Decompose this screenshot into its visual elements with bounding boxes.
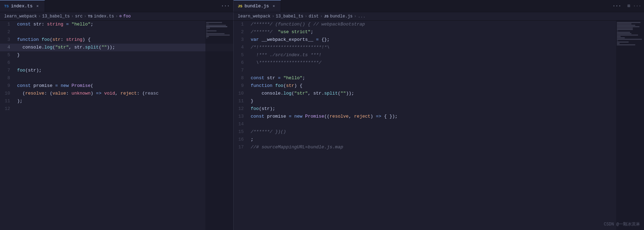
line-num: 10 xyxy=(234,90,249,97)
table-row: 7 xyxy=(234,67,644,74)
line-content: /*!***********************!*\ xyxy=(249,44,644,51)
line-num: 13 xyxy=(234,113,249,120)
line-num: 1 xyxy=(234,21,249,28)
line-content: const promise = new Promise( xyxy=(16,82,233,90)
line-content: ); xyxy=(16,97,233,105)
line-num: 11 xyxy=(234,97,249,105)
bc-src[interactable]: src xyxy=(75,14,83,19)
table-row: 11 } xyxy=(234,97,644,105)
bc-index-ts[interactable]: index.ts xyxy=(94,14,114,19)
code-area-right[interactable]: 1 /******/ (function() { // webpackBoots… xyxy=(234,21,644,230)
tab-bundle-js[interactable]: JS bundle.js × xyxy=(234,0,281,12)
more-actions-icon[interactable]: ··· xyxy=(633,3,641,9)
line-content xyxy=(249,67,644,74)
bc-foo[interactable]: foo xyxy=(123,14,131,19)
line-num: 5 xyxy=(0,51,16,59)
line-content: const str = "hello"; xyxy=(249,74,644,82)
line-num: 12 xyxy=(0,105,16,113)
minimap-right xyxy=(616,21,644,230)
table-row: 10 (resolve: (value: unknown) => void, r… xyxy=(0,90,233,97)
line-num: 6 xyxy=(234,59,249,67)
line-num: 2 xyxy=(0,28,16,36)
table-row: 8 xyxy=(0,74,233,82)
table-row: 10 console.log("str", str.split("")); xyxy=(234,90,644,97)
line-content: const promise = new Promise((resolve, re… xyxy=(249,113,644,120)
line-content: //# sourceMappingURL=bundle.js.map xyxy=(249,143,644,151)
table-row: 3 function foo(str: string) { xyxy=(0,36,233,44)
bc-r-bundle-js[interactable]: bundle.js xyxy=(330,14,353,19)
code-area-left[interactable]: 1 const str: string = "hello"; 2 3 funct… xyxy=(0,21,233,230)
minimap-left xyxy=(205,21,233,230)
line-num: 17 xyxy=(234,143,249,151)
line-content: function foo(str) { xyxy=(249,82,644,90)
line-num: 1 xyxy=(0,21,16,28)
table-row: 16 ; xyxy=(234,136,644,143)
table-row: 9 function foo(str) { xyxy=(234,82,644,90)
bc-r-dist[interactable]: dist xyxy=(309,14,319,19)
line-num: 14 xyxy=(234,120,249,128)
tab-close-index-ts[interactable]: × xyxy=(35,3,40,9)
bc-13-babel-ts[interactable]: 13_babel_ts xyxy=(42,14,70,19)
line-num: 3 xyxy=(0,36,16,44)
line-content: foo(str); xyxy=(249,105,644,113)
table-row: 4 /*!***********************!*\ xyxy=(234,44,644,51)
line-content xyxy=(249,120,644,128)
editors-split: 1 const str: string = "hello"; 2 3 funct… xyxy=(0,21,644,230)
bc-learn-webpack[interactable]: learn_webpack xyxy=(4,14,37,19)
line-num: 4 xyxy=(234,44,249,51)
line-content: /******/ "use strict"; xyxy=(249,28,644,36)
table-row: 7 foo(str); xyxy=(0,67,233,74)
line-content: \**********************/ xyxy=(249,59,644,67)
table-row: 17 //# sourceMappingURL=bundle.js.map xyxy=(234,143,644,151)
table-row: 8 const str = "hello"; xyxy=(234,74,644,82)
table-row: 4 console.log("str", str.split("")); xyxy=(0,44,233,51)
split-editor-icon[interactable]: ⊞ xyxy=(628,3,630,9)
bc-r-learn-webpack[interactable]: learn_webpack xyxy=(238,14,271,19)
table-row: 2 /******/ "use strict"; xyxy=(234,28,644,36)
code-table-left: 1 const str: string = "hello"; 2 3 funct… xyxy=(0,21,233,113)
line-content: /******/ (function() { // webpackBootstr… xyxy=(249,21,644,28)
line-num: 16 xyxy=(234,136,249,143)
line-content: } xyxy=(249,97,644,105)
table-row: 1 const str: string = "hello"; xyxy=(0,21,233,28)
line-num: 9 xyxy=(234,82,249,90)
table-row: 1 /******/ (function() { // webpackBoots… xyxy=(234,21,644,28)
tab-label-index-ts: index.ts xyxy=(11,3,32,9)
line-content: } xyxy=(16,51,233,59)
line-content: ; xyxy=(249,136,644,143)
js-icon: JS xyxy=(238,4,242,8)
table-row: 9 const promise = new Promise( xyxy=(0,82,233,90)
table-row: 6 xyxy=(0,59,233,67)
line-content: foo(str); xyxy=(16,67,233,74)
ts-icon: TS xyxy=(4,4,9,8)
table-row: 6 \**********************/ xyxy=(234,59,644,67)
line-num: 8 xyxy=(0,74,16,82)
tab-label-bundle-js: bundle.js xyxy=(244,3,269,9)
tab-more-right[interactable]: ··· xyxy=(609,0,625,12)
table-row: 14 xyxy=(234,120,644,128)
tab-more-left[interactable]: ··· xyxy=(218,0,233,12)
bc-r-ellipsis: ... xyxy=(358,14,365,19)
line-num: 5 xyxy=(234,51,249,59)
editor-pane-right: 1 /******/ (function() { // webpackBoots… xyxy=(234,21,644,230)
line-content: function foo(str: string) { xyxy=(16,36,233,44)
line-content xyxy=(16,105,233,113)
line-num: 11 xyxy=(0,97,16,105)
table-row: 11 ); xyxy=(0,97,233,105)
line-num: 7 xyxy=(234,67,249,74)
tab-index-ts[interactable]: TS index.ts × xyxy=(0,0,45,12)
breadcrumb-left: learn_webpack › 13_babel_ts › src › TS i… xyxy=(0,12,234,20)
tab-close-bundle-js[interactable]: × xyxy=(271,3,276,9)
bc-r-13-babel-ts[interactable]: 13_babel_ts xyxy=(276,14,303,19)
line-num: 9 xyxy=(0,82,16,90)
line-content: console.log("str", str.split("")); xyxy=(249,90,644,97)
table-row: 5 !*** ./src/index.ts ***! xyxy=(234,51,644,59)
table-row: 15 /******/ })() xyxy=(234,128,644,136)
line-num: 7 xyxy=(0,67,16,74)
line-num: 8 xyxy=(234,74,249,82)
table-row: 3 var __webpack_exports__ = {}; xyxy=(234,36,644,44)
line-num: 15 xyxy=(234,128,249,136)
tab-bar: TS index.ts × ··· JS bundle.js × ··· ⊞ ·… xyxy=(0,0,644,12)
table-row: 5 } xyxy=(0,51,233,59)
bc-r-js-icon: JS xyxy=(324,14,328,18)
